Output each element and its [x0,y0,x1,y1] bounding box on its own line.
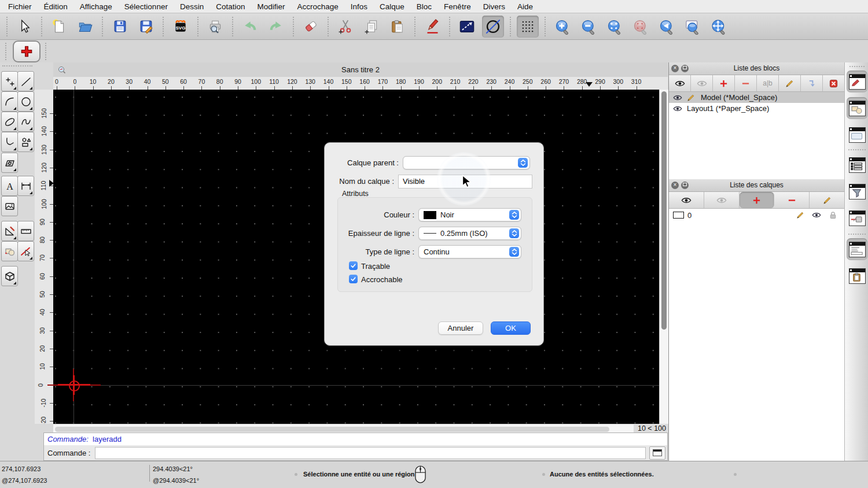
menu-item-fichier[interactable]: Fichier [8,2,32,11]
show-all-blocks-button[interactable] [669,75,691,91]
zoom-auto-button[interactable] [604,16,626,38]
copy-button[interactable] [361,16,382,38]
vertical-scroll-thumb[interactable] [661,91,667,330]
tool-solids-button[interactable] [1,266,18,286]
toggle-block-list-button[interactable] [847,97,867,119]
save-button[interactable] [109,16,131,38]
tool-blocks-button[interactable] [1,241,18,261]
tool-modify-button[interactable] [1,221,18,241]
pen-edit-button[interactable] [421,16,443,38]
toggle-layer-list-button[interactable] [847,71,867,93]
tool-arc-button[interactable] [1,91,18,112]
open-file-button[interactable] [74,16,96,38]
menu-item-divers[interactable]: Divers [483,2,505,11]
close-panel-button[interactable]: × [671,65,679,72]
delete-button[interactable] [300,16,322,38]
toggle-plot-preview-button[interactable] [847,207,867,229]
zoom-pan-button[interactable] [708,16,730,38]
zoom-window-button[interactable] [682,16,704,38]
menu-item-dessin[interactable]: Dessin [180,2,204,11]
zoom-in-button[interactable] [551,16,573,38]
menu-item-calque[interactable]: Calque [380,2,404,11]
circle-line-toggle-button[interactable] [482,16,504,38]
canvas-vertical-scrollbar[interactable] [659,90,668,424]
toggle-library-browser-button[interactable] [847,124,867,146]
tool-circle-button[interactable] [17,91,34,112]
menu-item-affichage[interactable]: Affichage [80,2,112,11]
paste-button[interactable] [387,16,409,38]
redo-button[interactable] [265,16,287,38]
plottable-checkbox[interactable] [349,261,358,270]
h-ruler-label: 200 [432,78,443,85]
undo-button[interactable] [239,16,261,38]
line-width-dropdown[interactable]: 0.25mm (ISO) [418,227,521,240]
current-action-layer-add-button[interactable] [13,40,41,62]
tool-dimension-button[interactable] [17,176,34,196]
add-layer-button[interactable] [740,192,775,208]
snappable-checkbox[interactable] [349,275,358,283]
tool-image-button[interactable] [1,196,18,216]
rename-block-button[interactable]: a|b [757,75,779,91]
layer-list-item[interactable]: 0 [669,209,844,221]
menu-item-edition[interactable]: Édition [44,2,68,11]
float-panel-button[interactable] [681,182,689,189]
grid-toggle-button[interactable] [517,16,539,38]
toggle-entity-list-button[interactable] [847,154,867,176]
tool-spline-button[interactable] [17,112,34,132]
menu-item-selectionner[interactable]: Sélectionner [124,2,168,11]
block-list-item[interactable]: Model (*Model_Space) [669,92,844,103]
close-panel-button[interactable]: × [671,182,679,189]
remove-layer-button[interactable] [774,192,810,208]
menu-item-accrochage[interactable]: Accrochage [297,2,338,11]
hide-all-blocks-button[interactable] [691,75,713,91]
cut-button[interactable] [334,16,356,38]
layer-name-input[interactable] [398,175,532,188]
tool-line-button[interactable] [17,71,34,91]
cancel-button[interactable]: Annuler [438,321,483,335]
line-attributes-button[interactable] [456,16,478,38]
selection-arrow-button[interactable] [13,16,35,38]
delete-block-button[interactable] [823,75,844,91]
tool-text-button[interactable]: A [1,176,18,196]
remove-block-button[interactable] [735,75,757,91]
toggle-clipboard-button[interactable] [847,265,867,287]
save-as-button[interactable] [135,16,157,38]
menu-item-bloc[interactable]: Bloc [417,2,432,11]
tool-polyline-button[interactable] [1,132,18,152]
block-list-item[interactable]: Layout1 (*Paper_Space) [669,103,844,114]
new-document-button[interactable] [48,16,70,38]
ok-button[interactable]: OK [491,321,531,335]
tool-ellipse-button[interactable] [1,112,18,132]
tool-select-button[interactable] [17,241,34,261]
zoom-out-button[interactable] [578,16,599,38]
menu-item-cotation[interactable]: Cotation [216,2,245,11]
menu-item-infos[interactable]: Infos [351,2,367,11]
command-detach-button[interactable] [649,446,665,460]
menu-item-fenetre[interactable]: Fenêtre [444,2,471,11]
tool-hatch-button[interactable] [1,153,18,173]
menu-item-aide[interactable]: Aide [517,2,533,11]
hide-all-layers-button[interactable] [704,192,740,208]
float-panel-button[interactable] [681,65,689,72]
zoom-selection-button[interactable] [630,16,652,38]
menu-item-modifier[interactable]: Modifier [257,2,285,11]
zoom-previous-button[interactable] [656,16,678,38]
edit-layer-button[interactable] [810,192,844,208]
tool-measure-button[interactable] [17,221,34,241]
parent-layer-dropdown[interactable] [403,156,530,169]
toggle-command-console-button[interactable] [847,238,867,260]
horizontal-scroll-thumb[interactable] [55,427,609,432]
color-dropdown[interactable]: Noir [418,208,521,221]
insert-block-button[interactable] [801,75,823,91]
document-titlebar[interactable]: Sans titre 2 [53,62,668,77]
print-preview-button[interactable] [204,16,226,38]
toggle-selection-filter-button[interactable] [847,180,867,202]
add-block-button[interactable] [713,75,735,91]
tool-points-button[interactable] [1,71,18,91]
show-all-layers-button[interactable] [669,192,704,208]
svg-export-button[interactable]: SVG [170,16,192,38]
line-type-dropdown[interactable]: Continu [418,245,521,258]
edit-block-button[interactable] [779,75,801,91]
tool-shapes-button[interactable] [17,132,34,152]
command-input[interactable] [95,447,646,459]
